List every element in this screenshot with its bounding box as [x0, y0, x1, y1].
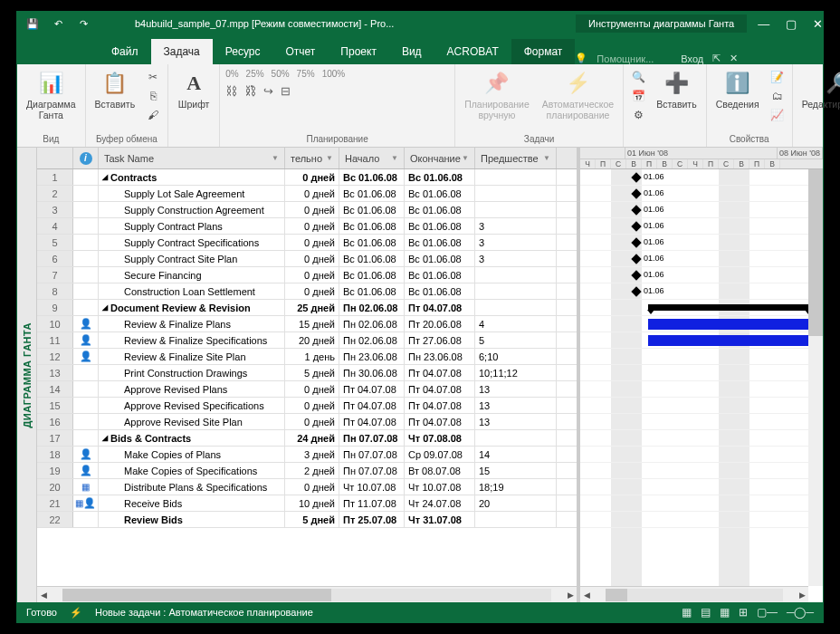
undo-icon[interactable]: ↶ [50, 15, 66, 32]
scroll-left-icon[interactable]: ◀ [37, 591, 50, 600]
grid-body[interactable]: 1◢Contracts0 днейВс 01.06.08Вс 01.06.082… [37, 169, 577, 586]
scroll-left-icon[interactable]: ◀ [580, 591, 593, 600]
gantt-row[interactable]: 01.06 [580, 235, 823, 251]
table-row[interactable]: 15Approve Revised Specifications0 днейПт… [37, 398, 577, 414]
auto-schedule-button[interactable]: ⚡ Автоматическое планирование [539, 67, 617, 122]
table-row[interactable]: 8Construction Loan Settlement0 днейВс 01… [37, 283, 577, 300]
gantt-row[interactable] [580, 479, 823, 495]
gantt-row[interactable] [580, 300, 823, 316]
pct-75[interactable]: 75% [297, 69, 315, 79]
gantt-row[interactable] [580, 381, 823, 398]
chevron-down-icon[interactable]: ▼ [272, 154, 279, 162]
table-row[interactable]: 4Supply Contract Plans0 днейВс 01.06.08В… [37, 218, 577, 235]
gantt-body[interactable]: 01.0601.0601.0601.0601.0601.0601.0601.06 [580, 169, 823, 602]
tab-project[interactable]: Проект [328, 39, 389, 64]
share-icon[interactable]: ⇱ [712, 53, 721, 64]
view-gantt-icon[interactable]: ▦ [682, 606, 692, 619]
gantt-row[interactable] [580, 332, 823, 349]
copy-icon[interactable]: ⎘ [144, 88, 162, 104]
chevron-down-icon[interactable]: ▼ [462, 154, 469, 162]
gantt-chart-button[interactable]: 📊 Диаграмма Ганта [23, 67, 80, 122]
format-painter-icon[interactable]: 🖌 [144, 107, 162, 123]
grid-hscroll[interactable]: ◀ ▶ [37, 586, 577, 602]
gantt-row[interactable] [580, 349, 823, 365]
schedule-mode-icon[interactable]: ⚡ [70, 607, 82, 619]
table-row[interactable]: 16Approve Revised Site Plan0 днейПт 04.0… [37, 414, 577, 430]
milestone-diamond[interactable] [631, 286, 641, 296]
tab-report[interactable]: Отчет [272, 39, 328, 64]
tab-task[interactable]: Задача [151, 39, 213, 64]
link-tasks-icon[interactable]: ⛓ [225, 84, 237, 98]
col-start[interactable]: Начало▼ [339, 148, 405, 168]
table-row[interactable]: 5Supply Contract Specifications0 днейВс … [37, 235, 577, 251]
milestone-diamond[interactable] [631, 254, 641, 264]
view-network-icon[interactable]: ⊞ [739, 606, 748, 619]
table-row[interactable]: 7Secure Financing0 днейВс 01.06.08Вс 01.… [37, 267, 577, 283]
milestone-diamond[interactable] [631, 270, 641, 280]
gantt-row[interactable]: 01.06 [580, 202, 823, 218]
gantt-row[interactable] [580, 512, 823, 528]
view-usage-icon[interactable]: ▤ [701, 606, 711, 619]
gantt-row[interactable]: 01.06 [580, 186, 823, 202]
gantt-row[interactable] [580, 495, 823, 512]
table-row[interactable]: 21▦👤Receive Bids10 днейПт 11.07.08Чт 24.… [37, 495, 577, 512]
summary-bar[interactable] [648, 304, 811, 311]
table-row[interactable]: 10👤Review & Finalize Plans15 днейПн 02.0… [37, 316, 577, 332]
details-icon[interactable]: 🗂 [768, 88, 787, 104]
close-ribbon-icon[interactable]: ✕ [730, 53, 738, 64]
cut-icon[interactable]: ✂ [144, 69, 162, 85]
gantt-vscroll[interactable] [808, 169, 823, 586]
scroll-right-icon[interactable]: ▶ [564, 591, 577, 600]
insert-button[interactable]: ➕ Вставить [653, 67, 701, 112]
close-icon[interactable]: ✕ [813, 17, 823, 31]
gantt-row[interactable] [580, 430, 823, 447]
table-row[interactable]: 22Review Bids5 днейПт 25.07.08Чт 31.07.0… [37, 512, 577, 528]
gantt-row[interactable] [580, 414, 823, 430]
table-row[interactable]: 20▦Distribute Plans & Specifications0 дн… [37, 479, 577, 495]
milestone-diamond[interactable] [631, 205, 641, 215]
unlink-tasks-icon[interactable]: ⛓̸ [244, 84, 256, 98]
inspect-icon[interactable]: 🔍 [629, 69, 647, 85]
table-row[interactable]: 17◢Bids & Contracts24 днейПн 07.07.08Чт … [37, 430, 577, 447]
zoom-slider[interactable]: ─◯─ [787, 606, 814, 619]
col-duration[interactable]: тельно▼ [285, 148, 339, 168]
gantt-row[interactable] [580, 447, 823, 463]
zoom-out-icon[interactable]: ▢— [757, 606, 778, 619]
redo-icon[interactable]: ↷ [75, 15, 91, 32]
notes-icon[interactable]: 📝 [768, 69, 787, 85]
chevron-down-icon[interactable]: ▼ [326, 154, 333, 162]
split-task-icon[interactable]: ⊟ [281, 84, 291, 98]
table-row[interactable]: 1◢Contracts0 днейВс 01.06.08Вс 01.06.08 [37, 169, 577, 186]
gantt-row[interactable]: 01.06 [580, 267, 823, 283]
col-indicators[interactable]: i [73, 148, 99, 168]
mode-icon[interactable]: ⚙ [629, 107, 647, 123]
milestone-diamond[interactable] [631, 221, 641, 231]
col-task-name[interactable]: Task Name▼ [99, 148, 285, 168]
gantt-row[interactable] [580, 398, 823, 414]
pct-25[interactable]: 25% [246, 69, 264, 79]
tab-view[interactable]: Вид [389, 39, 434, 64]
chevron-down-icon[interactable]: ▼ [543, 154, 550, 162]
gantt-hscroll[interactable]: ◀ ▶ [580, 586, 808, 602]
tell-me-hint[interactable]: Помощник... [597, 53, 654, 64]
pct-100[interactable]: 100% [322, 69, 346, 79]
pct-50[interactable]: 50% [272, 69, 290, 79]
login-link[interactable]: Вход [681, 53, 703, 64]
col-rownum[interactable] [37, 148, 73, 168]
task-bar[interactable] [648, 319, 811, 330]
task-bar[interactable] [648, 335, 811, 346]
milestone-diamond[interactable] [631, 237, 641, 247]
paste-button[interactable]: 📋 Вставить [91, 67, 139, 112]
editing-button[interactable]: 🔎 Редактирование [798, 67, 840, 112]
gantt-row[interactable]: 01.06 [580, 169, 823, 186]
table-row[interactable]: 2Supply Lot Sale Agreement0 днейВс 01.06… [37, 186, 577, 202]
tab-resource[interactable]: Ресурс [213, 39, 273, 64]
gantt-row[interactable] [580, 316, 823, 332]
col-predecessors[interactable]: Предшестве▼ [475, 148, 557, 168]
view-sheet-icon[interactable]: ▦ [720, 606, 730, 619]
table-row[interactable]: 11👤Review & Finalize Specifications20 дн… [37, 332, 577, 349]
gantt-row[interactable] [580, 463, 823, 479]
gantt-row[interactable]: 01.06 [580, 251, 823, 267]
col-end[interactable]: Окончание▼ [405, 148, 475, 168]
timeline-icon[interactable]: 📈 [768, 107, 787, 123]
